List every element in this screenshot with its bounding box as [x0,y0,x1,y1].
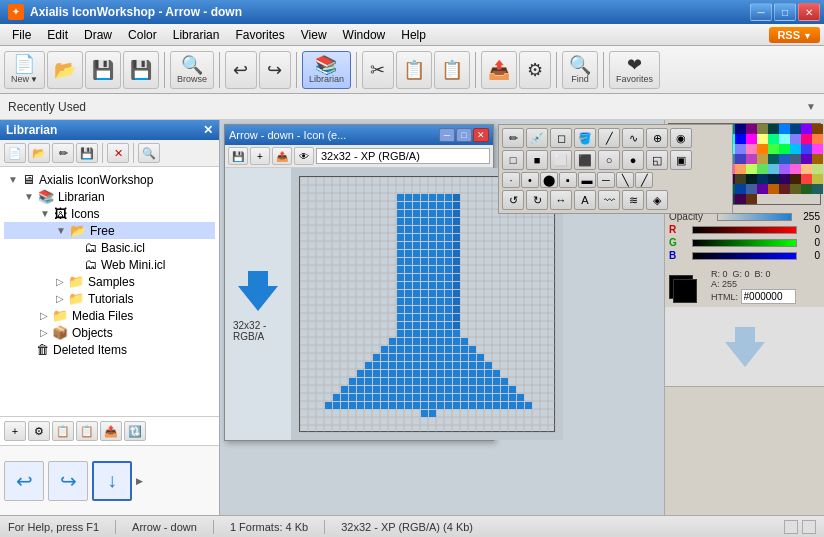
format-selector[interactable]: 32x32 - XP (RGB/A) [316,148,490,164]
color-cell-51[interactable] [768,154,779,164]
ch-r-bar[interactable] [692,226,797,234]
browse-button[interactable]: 🔍 Browse [170,51,214,89]
color-cell-80[interactable] [779,174,790,184]
close-button[interactable]: ✕ [798,3,820,21]
tree-item-tutorials[interactable]: ▷ 📁 Tutorials [4,290,215,307]
menu-view[interactable]: View [293,26,335,44]
color-cell-12[interactable] [801,124,812,134]
tree-expand-free[interactable]: ▼ [56,225,66,236]
menu-color[interactable]: Color [120,26,165,44]
new-dropdown-arrow[interactable]: ▼ [30,75,38,84]
lib-btn-search[interactable]: 🔍 [138,143,160,163]
color-cell-93[interactable] [768,184,779,194]
shape-ellipse-fill[interactable]: ● [622,150,644,170]
lib-btn-1[interactable]: 📄 [4,143,26,163]
color-cell-49[interactable] [746,154,757,164]
color-cell-104[interactable] [735,194,746,204]
librarian-close-button[interactable]: ✕ [203,123,213,137]
color-cell-76[interactable] [735,174,746,184]
color-cell-23[interactable] [768,134,779,144]
color-cell-50[interactable] [757,154,768,164]
lib-btn-2[interactable]: 📂 [28,143,50,163]
color-cell-94[interactable] [779,184,790,194]
color-cell-34[interactable] [735,144,746,154]
color-cell-39[interactable] [790,144,801,154]
brush-4[interactable]: ▪ [559,172,577,188]
undo-button[interactable]: ↩ [225,51,257,89]
iw-view-btn[interactable]: 👁 [294,147,314,165]
tree-item-media[interactable]: ▷ 📁 Media Files [4,307,215,324]
tool-eraser[interactable]: ◻ [550,128,572,148]
color-cell-13[interactable] [812,124,823,134]
iw-export-btn[interactable]: 📤 [272,147,292,165]
iw-add-btn[interactable]: + [250,147,270,165]
iw-save-btn[interactable]: 💾 [228,147,248,165]
color-cell-81[interactable] [790,174,801,184]
tree-expand-root[interactable]: ▼ [8,174,18,185]
html-input[interactable] [741,289,796,304]
tree-item-root[interactable]: ▼ 🖥 Axialis IconWorkshop [4,171,215,188]
color-cell-25[interactable] [790,134,801,144]
lib-btn-4[interactable]: 💾 [76,143,98,163]
tree-expand-icons[interactable]: ▼ [40,208,50,219]
lib-bottom-btn6[interactable]: 🔃 [124,421,146,441]
color-cell-24[interactable] [779,134,790,144]
export-button[interactable]: 📤 [481,51,517,89]
menu-librarian[interactable]: Librarian [165,26,228,44]
lib-bottom-btn2[interactable]: ⚙ [28,421,50,441]
menu-file[interactable]: File [4,26,39,44]
color-cell-96[interactable] [801,184,812,194]
color-cell-68[interactable] [801,164,812,174]
recently-used-dropdown[interactable]: ▼ [806,101,816,112]
brush-7[interactable]: ╲ [616,172,634,188]
lib-bottom-btn3[interactable]: 📋 [52,421,74,441]
new-button[interactable]: 📄 New ▼ [4,51,45,89]
color-cell-79[interactable] [768,174,779,184]
tree-item-icons[interactable]: ▼ 🖼 Icons [4,205,215,222]
brush-2[interactable]: • [521,172,539,188]
color-cell-95[interactable] [790,184,801,194]
ch-b-bar[interactable] [692,252,797,260]
lib-bottom-btn1[interactable]: + [4,421,26,441]
tool-curve[interactable]: ∿ [622,128,644,148]
color-cell-63[interactable] [746,164,757,174]
color-cell-35[interactable] [746,144,757,154]
paste-button[interactable]: 📋 [434,51,470,89]
color-cell-90[interactable] [735,184,746,194]
color-cell-77[interactable] [746,174,757,184]
effect-text[interactable]: A [574,190,596,210]
tree-item-free[interactable]: ▼ 📂 Free [4,222,215,239]
tool-zoom[interactable]: ⊕ [646,128,668,148]
shape-round-empty[interactable]: ⬜ [550,150,572,170]
shape-round-fill[interactable]: ⬛ [574,150,596,170]
tool-eyedropper[interactable]: 💉 [526,128,548,148]
menu-help[interactable]: Help [393,26,434,44]
color-cell-52[interactable] [779,154,790,164]
color-cell-55[interactable] [812,154,823,164]
cut-button[interactable]: ✂ [362,51,394,89]
shape-extra2[interactable]: ▣ [670,150,692,170]
shape-ellipse-empty[interactable]: ○ [598,150,620,170]
tree-item-webmini[interactable]: ▷ 🗂 Web Mini.icl [4,256,215,273]
thumb-scroll-right[interactable]: ▶ [136,476,144,486]
brush-5[interactable]: ▬ [578,172,596,188]
brush-6[interactable]: ─ [597,172,615,188]
menu-edit[interactable]: Edit [39,26,76,44]
color-cell-66[interactable] [779,164,790,174]
shape-rect-empty[interactable]: □ [502,150,524,170]
tree-expand-samples[interactable]: ▷ [56,276,64,287]
brush-8[interactable]: ╱ [635,172,653,188]
color-cell-10[interactable] [779,124,790,134]
shape-extra1[interactable]: ◱ [646,150,668,170]
menu-draw[interactable]: Draw [76,26,120,44]
shape-rect-fill[interactable]: ■ [526,150,548,170]
lib-bottom-btn4[interactable]: 📋 [76,421,98,441]
secondary-color-box[interactable] [673,279,697,303]
favorites-button[interactable]: ❤ Favorites [609,51,660,89]
tree-item-deleted[interactable]: ▷ 🗑 Deleted Items [4,341,215,358]
color-cell-40[interactable] [801,144,812,154]
find-button[interactable]: 🔍 Find [562,51,598,89]
pixel-grid-container[interactable] [299,176,555,432]
redo-button[interactable]: ↪ [259,51,291,89]
tree-expand-objects[interactable]: ▷ [40,327,48,338]
